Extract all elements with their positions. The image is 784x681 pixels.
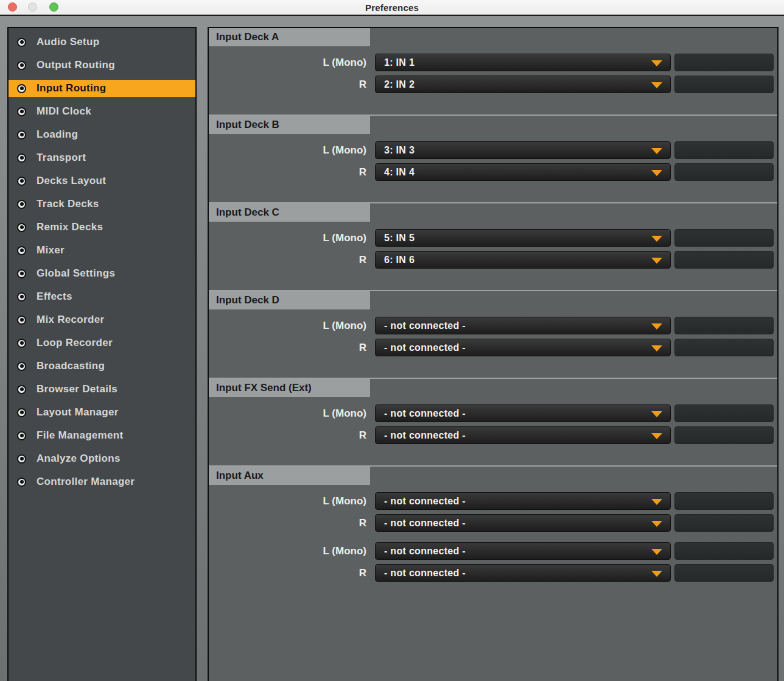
input-channel-select[interactable]: - not connected - (375, 317, 671, 334)
sidebar-item-mix-recorder[interactable]: Mix Recorder (9, 311, 195, 328)
section-title: Input Aux (216, 470, 264, 482)
dropdown-arrow-icon (651, 236, 662, 242)
channel-row: L (Mono) 5: IN 5 (209, 229, 777, 247)
sidebar-item-label: Input Routing (37, 82, 106, 94)
input-channel-select[interactable]: 5: IN 5 (375, 229, 671, 247)
dot-circle-icon (17, 246, 26, 255)
zoom-button[interactable] (49, 2, 58, 12)
input-channel-select[interactable]: - not connected - (375, 542, 671, 560)
section-title: Input Deck D (216, 294, 279, 306)
input-channel-select[interactable]: - not connected - (375, 492, 671, 510)
input-channel-select[interactable]: - not connected - (375, 404, 671, 422)
channel-label: L (Mono) (209, 232, 375, 244)
sidebar-item-label: Mix Recorder (37, 314, 104, 326)
sidebar-item-label: MIDI Clock (37, 105, 91, 118)
section-input-aux: Input Aux L (Mono) - not connected - R -… (209, 465, 777, 603)
section-input-fx-send-ext: Input FX Send (Ext) L (Mono) - not conne… (209, 378, 777, 465)
sidebar-item-transport[interactable]: Transport (9, 149, 195, 166)
sidebar-item-midi-clock[interactable]: MIDI Clock (9, 103, 195, 120)
sidebar-item-audio-setup[interactable]: Audio Setup (9, 34, 195, 51)
section-header: Input FX Send (Ext) (209, 379, 370, 397)
dot-circle-icon (17, 362, 26, 371)
input-channel-select[interactable]: 3: IN 3 (375, 141, 671, 159)
input-channel-select[interactable]: 4: IN 4 (375, 163, 671, 181)
sidebar-item-layout-manager[interactable]: Layout Manager (9, 404, 195, 421)
selected-channel-value: - not connected - (376, 320, 466, 331)
sidebar-item-track-decks[interactable]: Track Decks (9, 196, 195, 213)
section-title: Input FX Send (Ext) (216, 382, 312, 394)
dropdown-arrow-icon (651, 433, 662, 439)
dot-circle-icon (17, 292, 26, 302)
dot-circle-icon (17, 223, 26, 232)
channel-label: L (Mono) (209, 545, 375, 557)
section-header: Input Deck B (209, 116, 370, 134)
sidebar-item-input-routing[interactable]: Input Routing (9, 80, 195, 97)
sidebar-item-decks-layout[interactable]: Decks Layout (9, 172, 195, 189)
channel-label: R (209, 79, 375, 91)
channel-row: R 6: IN 6 (209, 251, 777, 269)
channel-label: L (Mono) (209, 408, 375, 420)
level-meter (674, 404, 774, 422)
sidebar-item-effects[interactable]: Effects (9, 288, 195, 305)
section-header: Input Deck C (209, 203, 370, 222)
sidebar-item-label: Track Decks (37, 198, 99, 210)
input-channel-select[interactable]: - not connected - (375, 514, 671, 532)
channel-label: R (209, 517, 375, 529)
input-channel-select[interactable]: - not connected - (375, 564, 671, 582)
dot-circle-icon (17, 408, 26, 417)
channel-row: R - not connected - (209, 339, 777, 356)
level-meter (674, 542, 774, 560)
dot-circle-icon (17, 478, 26, 487)
sidebar-item-label: Global Settings (37, 267, 115, 280)
dot-circle-icon (17, 38, 26, 47)
section-rows: L (Mono) - not connected - R - not conne… (209, 404, 777, 444)
channel-label: L (Mono) (209, 320, 375, 332)
selected-channel-value: - not connected - (376, 568, 466, 579)
sidebar-item-label: Broadcasting (37, 360, 105, 372)
dot-circle-icon (17, 385, 26, 394)
sidebar-item-controller-manager[interactable]: Controller Manager (9, 473, 195, 490)
dropdown-arrow-icon (651, 258, 662, 264)
input-channel-select[interactable]: 6: IN 6 (375, 251, 671, 269)
channel-label: R (209, 429, 375, 442)
sidebar-item-analyze-options[interactable]: Analyze Options (9, 450, 195, 467)
level-meter (674, 54, 774, 71)
close-button[interactable] (8, 2, 17, 12)
channel-label: R (209, 342, 375, 354)
level-meter (674, 339, 774, 356)
sidebar-item-loading[interactable]: Loading (9, 126, 195, 143)
sidebar-item-broadcasting[interactable]: Broadcasting (9, 358, 195, 375)
channel-row: R - not connected - (209, 514, 777, 532)
level-meter (674, 317, 774, 334)
dot-circle-icon (17, 316, 26, 325)
minimize-button[interactable] (28, 2, 37, 12)
sidebar-item-label: Loading (37, 129, 78, 141)
sidebar-item-browser-details[interactable]: Browser Details (9, 381, 195, 398)
sidebar-item-label: Loop Recorder (37, 337, 113, 349)
sidebar-item-global-settings[interactable]: Global Settings (9, 265, 195, 282)
title-bar: Preferences (0, 0, 784, 16)
traffic-lights (8, 2, 58, 12)
section-input-deck-d: Input Deck D L (Mono) - not connected - … (209, 290, 777, 378)
input-channel-select[interactable]: 1: IN 1 (375, 54, 671, 71)
section-rows: L (Mono) - not connected - R - not conne… (209, 317, 777, 356)
dropdown-arrow-icon (651, 60, 662, 66)
channel-row: L (Mono) 1: IN 1 (209, 54, 777, 71)
sidebar-item-remix-decks[interactable]: Remix Decks (9, 219, 195, 236)
dropdown-arrow-icon (651, 549, 662, 555)
sidebar-item-file-management[interactable]: File Management (9, 427, 195, 444)
dot-circle-icon (17, 269, 26, 278)
channel-label: R (209, 567, 375, 579)
sidebar-item-mixer[interactable]: Mixer (9, 242, 195, 259)
input-channel-select[interactable]: - not connected - (375, 426, 671, 444)
channel-row: R 2: IN 2 (209, 76, 777, 93)
input-channel-select[interactable]: 2: IN 2 (375, 76, 671, 93)
sidebar-item-label: Decks Layout (37, 175, 106, 187)
input-channel-select[interactable]: - not connected - (375, 339, 671, 356)
sidebar-item-loop-recorder[interactable]: Loop Recorder (9, 334, 195, 351)
dot-circle-icon (17, 61, 26, 70)
section-header: Input Deck A (209, 28, 370, 46)
sidebar-item-output-routing[interactable]: Output Routing (9, 57, 195, 74)
selected-channel-value: 1: IN 1 (376, 57, 415, 68)
selected-channel-value: 4: IN 4 (376, 167, 415, 178)
